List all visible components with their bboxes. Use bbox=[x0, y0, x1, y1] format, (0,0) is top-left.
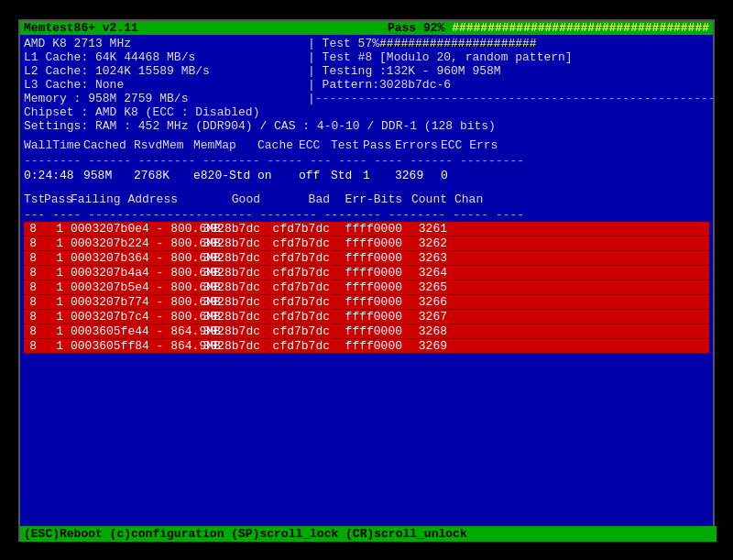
cell-chan bbox=[454, 280, 482, 294]
cell-tst: 8 bbox=[24, 236, 40, 250]
cell-good: 3028b7dc bbox=[198, 339, 264, 353]
cell-chan bbox=[454, 251, 482, 265]
cpu-info: AMD K8 2713 MHz bbox=[24, 37, 308, 50]
l2-testing-row: L2 Cache: 1024K 15589 MB/s | Testing : 1… bbox=[24, 64, 709, 78]
cpu-test-row: AMD K8 2713 MHz | Test 57% #############… bbox=[24, 37, 709, 50]
col-header-cached: Cached bbox=[83, 138, 134, 152]
cell-errbits: ffff0000 bbox=[337, 339, 406, 353]
test-hashes: ###################### bbox=[379, 37, 537, 50]
l3-info: L3 Cache: None bbox=[24, 78, 308, 92]
cell-count: 3269 bbox=[410, 339, 451, 353]
cell-errbits: ffff0000 bbox=[337, 310, 406, 324]
app-title: Memtest86+ v2.11 bbox=[24, 21, 138, 35]
settings-row: Settings: RAM : 452 MHz (DDR904) / CAS :… bbox=[24, 119, 709, 133]
cell-chan bbox=[454, 236, 482, 250]
cell-count: 3268 bbox=[410, 324, 451, 338]
cell-chan bbox=[454, 295, 482, 309]
col-header-walltime: WallTime bbox=[24, 138, 83, 152]
cell-addr: 0003207b364 - 800.6MB bbox=[71, 251, 194, 265]
val-cached: 958M bbox=[83, 169, 134, 182]
errors-header-row: Tst Pass Failing Address Good Bad Err-Bi… bbox=[24, 191, 709, 208]
cell-chan bbox=[454, 324, 482, 338]
testing-label: Testing : bbox=[323, 64, 387, 78]
cell-tst: 8 bbox=[24, 324, 40, 338]
err-col-errbits: Err-Bits bbox=[337, 192, 406, 206]
val-ecc: off bbox=[299, 169, 331, 182]
cell-addr: 0003207b5e4 - 800.6MB bbox=[71, 280, 194, 294]
errors-divider: --- ---- ----------------------- -------… bbox=[24, 208, 709, 222]
val-eccerrs: 0 bbox=[441, 169, 487, 182]
cell-errbits: ffff0000 bbox=[337, 324, 406, 338]
cell-addr: 0003207b774 - 800.6MB bbox=[71, 295, 194, 309]
cell-good: 3028b7dc bbox=[198, 324, 264, 338]
table-row: 8 1 0003605ff84 - 864.9MB 3028b7dc cfd7b… bbox=[24, 339, 709, 353]
stats-section: WallTime Cached RsvdMem MemMap Cache ECC… bbox=[20, 135, 713, 185]
val-rsvdmem: 2768K bbox=[134, 169, 193, 182]
l1-info: L1 Cache: 64K 44468 MB/s bbox=[24, 50, 308, 64]
col-header-memmap: MemMap bbox=[193, 138, 257, 152]
cell-bad: cfd7b7dc bbox=[268, 280, 334, 294]
val-memmap: e820-Std bbox=[193, 169, 257, 182]
pass-info: Pass 92% ###############################… bbox=[388, 21, 709, 35]
err-col-count: Count bbox=[410, 192, 451, 206]
cell-good: 3028b7dc bbox=[198, 310, 264, 324]
col-header-pass: Pass bbox=[363, 138, 395, 152]
pattern-label: Pattern: bbox=[323, 78, 379, 92]
cell-chan bbox=[454, 266, 482, 280]
cell-pass: 1 bbox=[44, 266, 67, 280]
val-cache: on bbox=[257, 169, 299, 182]
cell-pass: 1 bbox=[44, 295, 67, 309]
stats-divider: -------- ------ -------- -------- ----- … bbox=[24, 154, 709, 168]
val-walltime: 0:24:48 bbox=[24, 169, 83, 182]
cell-chan bbox=[454, 222, 482, 236]
cell-pass: 1 bbox=[44, 236, 67, 250]
table-row: 8 1 0003207b7c4 - 800.6MB 3028b7dc cfd7b… bbox=[24, 310, 709, 324]
cell-bad: cfd7b7dc bbox=[268, 222, 334, 236]
err-col-pass: Pass bbox=[44, 192, 67, 206]
cell-good: 3028b7dc bbox=[198, 266, 264, 280]
cell-addr: 0003207b4a4 - 800.6MB bbox=[71, 266, 194, 280]
test-pct: Test 57% bbox=[323, 37, 379, 50]
bottom-bar-text: (ESC)Reboot (c)configuration (SP)scroll_… bbox=[24, 527, 467, 541]
cell-count: 3265 bbox=[410, 280, 451, 294]
l2-info: L2 Cache: 1024K 15589 MB/s bbox=[24, 64, 308, 78]
val-test: Std bbox=[331, 169, 363, 182]
cell-good: 3028b7dc bbox=[198, 251, 264, 265]
table-row: 8 1 0003207b774 - 800.6MB 3028b7dc cfd7b… bbox=[24, 295, 709, 309]
table-row: 8 1 0003207b5e4 - 800.6MB 3028b7dc cfd7b… bbox=[24, 280, 709, 294]
col-header-ecc: ECC bbox=[299, 138, 331, 152]
memory-divider-row: Memory : 958M 2759 MB/s | --------------… bbox=[24, 92, 709, 105]
cell-count: 3264 bbox=[410, 266, 451, 280]
err-col-chan: Chan bbox=[454, 192, 482, 206]
col-header-eccerrs: ECC Errs bbox=[441, 138, 487, 152]
top-bar: Memtest86+ v2.11 Pass 92% ##############… bbox=[20, 21, 713, 35]
cell-addr: 0003605fe44 - 864.9MB bbox=[71, 324, 194, 338]
col-header-test: Test bbox=[331, 138, 363, 152]
cell-good: 3028b7dc bbox=[198, 222, 264, 236]
cell-pass: 1 bbox=[44, 339, 67, 353]
table-row: 8 1 0003207b0e4 - 800.6MB 3028b7dc cfd7b… bbox=[24, 222, 709, 236]
test-pct-label: | bbox=[308, 37, 323, 50]
cell-count: 3262 bbox=[410, 236, 451, 250]
cell-bad: cfd7b7dc bbox=[268, 251, 334, 265]
cell-bad: cfd7b7dc bbox=[268, 339, 334, 353]
cell-errbits: ffff0000 bbox=[337, 295, 406, 309]
err-col-tst: Tst bbox=[24, 192, 40, 206]
test-desc: [Modulo 20, random pattern] bbox=[379, 50, 573, 64]
cell-count: 3261 bbox=[410, 222, 451, 236]
col-header-cache: Cache bbox=[257, 138, 299, 152]
chipset-info: Chipset : AMD K8 (ECC : Disabled) bbox=[24, 105, 259, 119]
info-section: AMD K8 2713 MHz | Test 57% #############… bbox=[20, 35, 713, 135]
test-num: Test #8 bbox=[323, 50, 373, 64]
table-row: 8 1 0003605fe44 - 864.9MB 3028b7dc cfd7b… bbox=[24, 324, 709, 338]
cell-tst: 8 bbox=[24, 310, 40, 324]
cell-addr: 0003207b0e4 - 800.6MB bbox=[71, 222, 194, 236]
cell-tst: 8 bbox=[24, 251, 40, 265]
cell-errbits: ffff0000 bbox=[337, 236, 406, 250]
cell-pass: 1 bbox=[44, 280, 67, 294]
cell-errbits: ffff0000 bbox=[337, 266, 406, 280]
val-pass: 1 bbox=[363, 169, 395, 182]
testing-val: 132K - 960M 958M bbox=[387, 64, 501, 78]
cell-count: 3266 bbox=[410, 295, 451, 309]
cell-bad: cfd7b7dc bbox=[268, 236, 334, 250]
